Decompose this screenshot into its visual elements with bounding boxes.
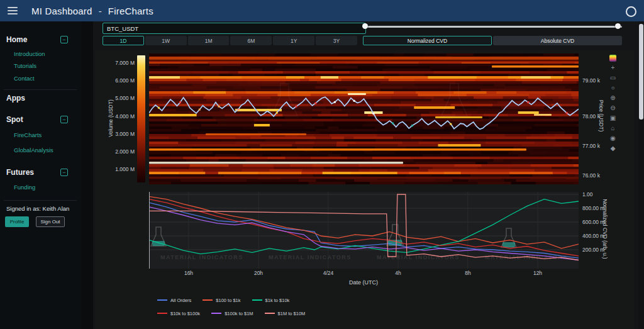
sidebar: Home − Introduction Tutorials Contact Ap…	[0, 21, 82, 329]
section-label: Spot	[6, 115, 23, 124]
cvd-tick: 1.00	[582, 191, 593, 198]
sidebar-item-firecharts[interactable]: FireCharts	[14, 131, 42, 138]
collapse-futures-button[interactable]: −	[60, 169, 68, 176]
sidebar-section-home: Home −	[6, 35, 75, 44]
range-6m-button[interactable]: 6M	[230, 36, 272, 45]
menu-icon[interactable]	[8, 7, 18, 14]
lasso-icon[interactable]: ○	[609, 84, 617, 92]
time-range-slider[interactable]	[363, 24, 622, 30]
volume-colorbar	[137, 55, 145, 182]
legend-swatch	[157, 299, 167, 301]
volume-tick: 3.000 M	[112, 131, 135, 137]
range-1d-button[interactable]: 1D	[103, 36, 144, 45]
legend-item-1M-10M[interactable]: $1M to $10M	[265, 311, 306, 316]
collapse-spot-button[interactable]: −	[60, 116, 68, 123]
brand-title: MI Dashboard	[31, 6, 92, 16]
sidebar-item-introduction[interactable]: Introduction	[14, 50, 45, 57]
legend-item-all-orders[interactable]: All Orders	[157, 298, 191, 303]
section-label: Futures	[6, 168, 34, 177]
legend-swatch	[265, 313, 275, 314]
range-1w-button[interactable]: 1W	[145, 36, 187, 45]
price-tick: 76.00 k	[582, 172, 600, 179]
range-1y-button[interactable]: 1Y	[273, 36, 314, 45]
legend-item-10k-100k[interactable]: $10k to $100k	[157, 311, 200, 316]
symbol-input[interactable]	[103, 23, 366, 34]
signed-in-text: Signed in as: Keith Alan	[6, 205, 69, 212]
x-tick: 8h	[455, 270, 480, 276]
scrollbar-track[interactable]	[638, 21, 644, 329]
box-select-icon[interactable]: ▭	[609, 74, 617, 82]
legend-item-1k-10k[interactable]: $1k to $10k	[252, 298, 290, 303]
svg-text:MATERIAL INDICATORS: MATERIAL INDICATORS	[269, 254, 352, 260]
section-label: Apps	[6, 94, 25, 103]
topbar: MI Dashboard-FireCharts	[0, 0, 644, 21]
volume-tick: 7.000 M	[112, 60, 135, 66]
status-circle-icon	[626, 6, 636, 17]
divider	[4, 89, 77, 90]
slider-track[interactable]	[363, 26, 622, 28]
divider	[4, 200, 77, 201]
volume-tick: 6.000 M	[112, 77, 135, 84]
sidebar-item-tutorials[interactable]: Tutorials	[14, 62, 36, 69]
x-axis-title: Date (UTC)	[338, 279, 389, 286]
cvd-line-chart[interactable]: MATERIAL INDICATORSMATERIAL INDICATORSMA…	[149, 192, 579, 269]
zoom-in-icon[interactable]: ⊕	[609, 94, 617, 103]
scrollbar-thumb[interactable]	[639, 24, 643, 120]
slider-handle-right[interactable]	[615, 23, 621, 29]
volume-tick: 4.000 M	[112, 113, 135, 120]
x-tick: 4/24	[316, 270, 341, 276]
x-tick: 16h	[176, 270, 201, 276]
legend-swatch	[252, 299, 262, 301]
reset-axes-icon[interactable]: ⌂	[609, 125, 617, 133]
x-tick: 12h	[525, 270, 550, 276]
price-axis-title: Price (USDT)	[598, 81, 604, 150]
legend-swatch	[211, 313, 221, 314]
camera-icon[interactable]: ◉	[609, 135, 617, 143]
legend-swatch	[157, 313, 167, 314]
cvd-axis-title: Normalized CVD (arb. u.)	[602, 180, 608, 278]
section-label: Home	[6, 35, 27, 44]
autoscale-icon[interactable]: ▣	[609, 114, 617, 123]
volume-heatmap-chart[interactable]	[149, 53, 579, 184]
x-tick: 20h	[246, 270, 271, 276]
svg-text:MATERIAL INDICATORS: MATERIAL INDICATORS	[377, 254, 460, 260]
page-name: FireCharts	[108, 6, 153, 16]
title-separator: -	[99, 6, 102, 16]
slider-handle-left[interactable]	[362, 23, 368, 29]
volume-tick: 5.000 M	[112, 95, 135, 101]
legend-swatch	[203, 299, 213, 301]
colorscale-icon[interactable]	[609, 55, 616, 62]
sidebar-section-apps: Apps	[6, 94, 75, 103]
pan-icon[interactable]: +	[609, 64, 617, 72]
range-3y-button[interactable]: 3Y	[316, 36, 357, 45]
sign-out-button[interactable]: Sign Out	[36, 216, 65, 227]
page-title: MI Dashboard-FireCharts	[31, 6, 153, 16]
sidebar-item-funding[interactable]: Funding	[14, 184, 35, 191]
app-window: MI Dashboard-FireCharts Home − Introduct…	[0, 0, 644, 329]
range-button-group: 1D 1W 1M 6M 1Y 3Y	[103, 36, 357, 45]
plotly-logo-icon[interactable]: ◆	[609, 145, 617, 153]
x-tick: 4h	[386, 270, 411, 276]
legend-item-100k-1M[interactable]: $100k to $1M	[211, 311, 253, 316]
price-tick: 79.00 k	[582, 77, 600, 84]
sidebar-section-futures: Futures −	[6, 168, 75, 177]
sidebar-item-globalanalysis[interactable]: GlobalAnalysis	[14, 147, 53, 153]
range-1m-button[interactable]: 1M	[188, 36, 230, 45]
profile-button[interactable]: Profile	[5, 216, 29, 227]
volume-tick: 1.000 M	[112, 166, 135, 172]
legend-item-100-1k[interactable]: $100 to $1k	[203, 298, 240, 303]
svg-text:MATERIAL INDICATORS: MATERIAL INDICATORS	[160, 254, 243, 260]
chart-legend: All Orders $100 to $1k $1k to $10k $10k …	[157, 296, 305, 323]
price-tick: 78.00 k	[582, 113, 600, 120]
sidebar-item-contact[interactable]: Contact	[14, 75, 35, 82]
sidebar-section-spot: Spot −	[6, 115, 75, 124]
absolute-cvd-button[interactable]: Absolute CVD	[493, 36, 622, 45]
plotly-modebar: +▭○⊕⊖▣⌂◉◆	[609, 54, 617, 153]
price-tick: 77.00 k	[582, 143, 600, 149]
volume-tick: 2.000 M	[112, 148, 135, 155]
zoom-out-icon[interactable]: ⊖	[609, 104, 617, 113]
normalized-cvd-button[interactable]: Normalized CVD	[363, 36, 492, 45]
collapse-home-button[interactable]: −	[60, 36, 68, 43]
cvd-mode-toggle: Normalized CVD Absolute CVD	[363, 36, 622, 45]
